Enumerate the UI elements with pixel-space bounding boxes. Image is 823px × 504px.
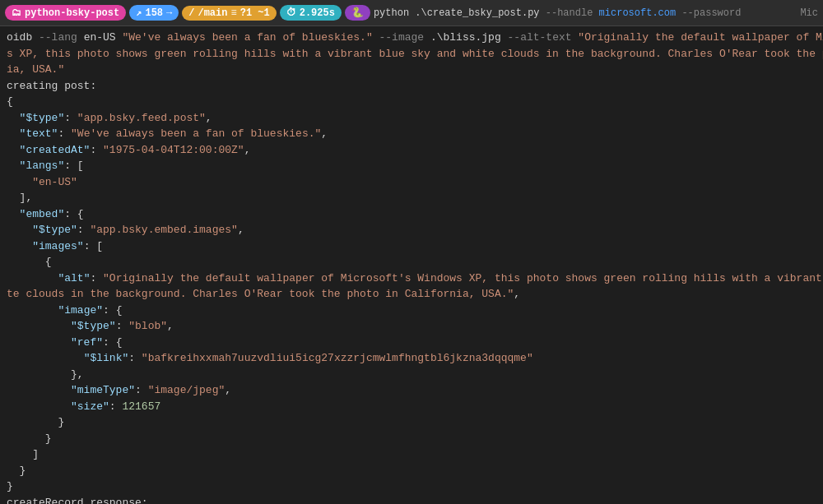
json-alt-value-cont: te clouds in the background. Charles O'R… [7,286,816,303]
tab-repo[interactable]: 🗂 python-bsky-post [5,5,126,21]
create-record-label: createRecord response: [7,495,816,505]
json-type-line: "$type": "app.bsky.feed.post", [7,110,816,127]
tab-commits[interactable]: ↗ 158 → [129,5,179,21]
json-link-key: "$link": "bafkreihxxmah7uuzvdliui5icg27x… [7,350,816,367]
json-embed-close: } [7,463,816,479]
json-open-brace: { [7,94,816,110]
tab-timer[interactable]: ⏱ 2.925s [280,5,342,21]
command-line: python .\create_bsky_post.py --handle mi… [374,7,797,19]
json-text-line: "text": "We've always been a fan of blue… [7,126,816,142]
json-image-close: } [7,414,816,431]
tab-commits-label: 158 [145,7,163,19]
json-langs-close: ], [7,190,816,206]
branch-icon: ↗ [136,7,142,19]
tab-commits-arrow: → [166,7,172,19]
cmd-pass-flag: --password [676,7,741,19]
python-icon: 🐍 [351,7,364,19]
json-images-open: { [7,254,816,270]
cmd-alt-text-line2: ia, USA." [7,62,816,78]
json-embed-key: "embed": { [7,206,816,223]
cmd-python: python .\create_bsky_post.py [374,7,546,19]
mic-label: Mic [800,7,818,19]
json-images-item-close: } [7,431,816,447]
tab-changes-label: ?1 ~1 [240,7,270,19]
repo-icon: 🗂 [12,7,21,19]
tab-python[interactable]: 🐍 [345,5,370,21]
tab-branch-label: /main [198,7,227,19]
json-langs-key: "langs": [ [7,158,816,174]
json-close-brace: } [7,479,816,495]
branch-name-icon: / [188,7,194,19]
json-image-type: "$type": "blob", [7,318,816,335]
creating-post-label: creating post: [7,78,816,95]
tab-branch-icon: ≡ [230,7,236,19]
json-alt-key: "alt": "Originally the default wallpaper… [7,270,816,287]
tab-timer-label: 2.925s [300,7,335,19]
json-images-key: "images": [ [7,238,816,255]
top-bar: 🗂 python-bsky-post ↗ 158 → / /main ≡ ?1 … [0,0,823,26]
cmd-handle-value: microsoft.com [599,7,677,19]
tab-repo-label: python-bsky-post [25,7,119,19]
cmd-continuation-line: oidb --lang en-US "We've always been a f… [7,30,816,46]
json-images-array-close: ] [7,446,816,463]
json-embed-type: "$type": "app.bsky.embed.images", [7,222,816,238]
json-size-key: "size": 121657 [7,399,816,415]
terminal: oidb --lang en-US "We've always been a f… [0,26,823,504]
cmd-handle-flag: --handle [546,7,599,19]
json-image-key: "image": { [7,303,816,319]
cmd-alt-text-line: s XP, this photo shows green rolling hil… [7,46,816,62]
json-createdat-line: "createdAt": "1975-04-04T12:00:00Z", [7,142,816,159]
json-mimetype-key: "mimeType": "image/jpeg", [7,382,816,399]
json-langs-value: "en-US" [7,174,816,191]
json-ref-close: }, [7,367,816,383]
tab-branch[interactable]: / /main ≡ ?1 ~1 [182,6,276,21]
json-ref-key: "ref": { [7,335,816,351]
timer-icon: ⏱ [286,7,296,19]
